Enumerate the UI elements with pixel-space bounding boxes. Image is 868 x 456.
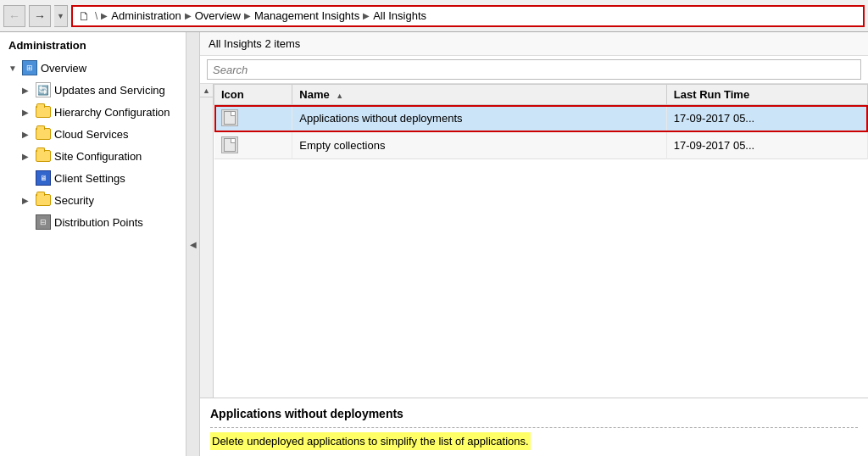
- breadcrumb-mgmt-insights[interactable]: Management Insights: [254, 9, 359, 22]
- details-title: Applications without deployments: [210, 407, 858, 420]
- row1-icon: [221, 109, 238, 126]
- breadcrumb-arrow-2: ▶: [185, 11, 192, 20]
- sidebar-item-overview[interactable]: ▼ ⊞ Overview: [0, 57, 186, 79]
- breadcrumb-bar: 🗋 \ ▶ Administration ▶ Overview ▶ Manage…: [71, 5, 865, 27]
- breadcrumb-arrow-4: ▶: [363, 11, 370, 20]
- content-area: All Insights 2 items ▲ Icon: [200, 32, 868, 456]
- content-title: All Insights 2 items: [209, 37, 300, 50]
- back-button[interactable]: ←: [3, 5, 25, 27]
- breadcrumb-doc-icon: 🗋: [78, 9, 90, 23]
- row1-icon-cell: [214, 105, 292, 132]
- collapse-icon: ◀: [188, 240, 198, 249]
- row1-name: Applications without deployments: [292, 105, 667, 132]
- row2-name: Empty collections: [292, 132, 667, 159]
- site-icon: [36, 148, 51, 164]
- row1-lastrun: 17-09-2017 05...: [666, 105, 867, 132]
- expand-arrow-site: ▶: [22, 152, 32, 161]
- row2-lastrun: 17-09-2017 05...: [666, 132, 867, 159]
- search-input[interactable]: [207, 59, 861, 80]
- updates-icon: 🔄: [36, 82, 51, 97]
- col-name[interactable]: Name ▲: [292, 85, 667, 105]
- distribution-icon: ⊟: [36, 214, 51, 230]
- sidebar-collapse-toggle[interactable]: ◀: [186, 32, 200, 456]
- expand-arrow-overview: ▼: [8, 64, 19, 73]
- col-icon: Icon: [214, 85, 292, 105]
- client-icon: 🖥: [36, 170, 51, 186]
- nav-dropdown[interactable]: ▼: [54, 5, 68, 27]
- toolbar: ← → ▼ 🗋 \ ▶ Administration ▶ Overview ▶ …: [0, 0, 868, 32]
- table-row[interactable]: Applications without deployments 17-09-2…: [214, 105, 868, 132]
- sidebar: Administration ▼ ⊞ Overview ▶ 🔄 Updates …: [0, 32, 186, 456]
- cloud-label: Cloud Services: [54, 128, 128, 141]
- sidebar-item-updates[interactable]: ▶ 🔄 Updates and Servicing: [0, 79, 186, 101]
- updates-label: Updates and Servicing: [54, 84, 165, 97]
- main-layout: Administration ▼ ⊞ Overview ▶ 🔄 Updates …: [0, 32, 868, 456]
- sort-arrow-name: ▲: [336, 92, 343, 100]
- row2-icon-cell: [214, 132, 292, 159]
- details-separator: [210, 427, 858, 428]
- table-container: Icon Name ▲ Last Run Time: [214, 84, 868, 398]
- col-lastrun: Last Run Time: [666, 85, 867, 105]
- breadcrumb-all-insights[interactable]: All Insights: [373, 9, 426, 22]
- overview-label: Overview: [41, 62, 86, 75]
- sidebar-item-distribution[interactable]: ▶ ⊟ Distribution Points: [0, 211, 186, 233]
- expand-arrow-updates: ▶: [22, 86, 32, 95]
- scroll-indicator: ▲: [200, 84, 214, 398]
- back-icon: ←: [8, 9, 20, 23]
- sidebar-header: Administration: [0, 32, 186, 57]
- expand-arrow-hierarchy: ▶: [22, 108, 32, 117]
- dropdown-arrow-icon: ▼: [57, 12, 64, 20]
- sidebar-item-hierarchy[interactable]: ▶ Hierarchy Configuration: [0, 101, 186, 123]
- row2-icon: [221, 136, 238, 153]
- security-icon: [36, 192, 51, 208]
- hierarchy-label: Hierarchy Configuration: [54, 106, 170, 119]
- insights-table: Icon Name ▲ Last Run Time: [214, 84, 868, 159]
- details-description: Delete undeployed applications to simpli…: [210, 432, 531, 450]
- scroll-up-arrow[interactable]: ▲: [200, 84, 214, 97]
- table-area: ▲ Icon Name ▲: [200, 84, 868, 398]
- sidebar-item-site[interactable]: ▶ Site Configuration: [0, 145, 186, 167]
- expand-arrow-security: ▶: [22, 196, 32, 205]
- breadcrumb-admin[interactable]: Administration: [111, 9, 181, 22]
- client-label: Client Settings: [54, 172, 125, 185]
- details-panel: Applications without deployments Delete …: [200, 398, 868, 456]
- sidebar-item-cloud[interactable]: ▶ Cloud Services: [0, 123, 186, 145]
- breadcrumb-arrow-1: ▶: [101, 11, 108, 20]
- hierarchy-icon: [36, 104, 51, 120]
- sidebar-item-security[interactable]: ▶ Security: [0, 189, 186, 211]
- expand-arrow-cloud: ▶: [22, 130, 32, 139]
- content-header: All Insights 2 items: [200, 32, 868, 56]
- overview-icon: ⊞: [22, 60, 37, 75]
- forward-button[interactable]: →: [29, 5, 51, 27]
- site-label: Site Configuration: [54, 150, 142, 163]
- breadcrumb-root-sep: \: [95, 10, 97, 22]
- cloud-icon: [36, 126, 51, 142]
- forward-icon: →: [34, 9, 46, 23]
- breadcrumb-overview[interactable]: Overview: [195, 9, 241, 22]
- table-row[interactable]: Empty collections 17-09-2017 05...: [214, 132, 868, 159]
- search-bar: [200, 56, 868, 84]
- distribution-label: Distribution Points: [54, 216, 143, 229]
- breadcrumb-arrow-3: ▶: [244, 11, 251, 20]
- sidebar-item-client[interactable]: ▶ 🖥 Client Settings: [0, 167, 186, 189]
- security-label: Security: [54, 194, 94, 207]
